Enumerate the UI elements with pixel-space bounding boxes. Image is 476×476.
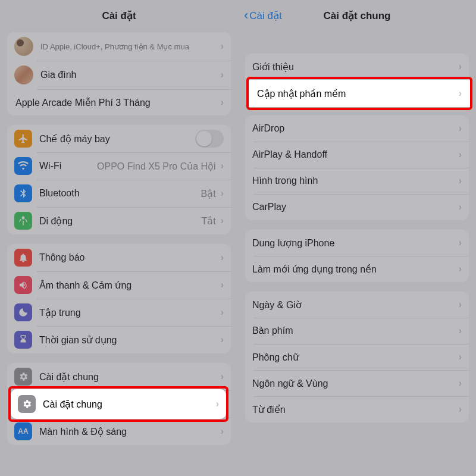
pip-row[interactable]: Hình trong hình › (245, 168, 469, 194)
general-row-raised[interactable]: Cài đặt chung › (11, 389, 226, 419)
chevron-right-icon: › (216, 399, 219, 409)
airplane-row[interactable]: Chế độ máy bay (7, 125, 231, 152)
chevron-left-icon: ‹ (244, 8, 248, 23)
carplay-label: CarPlay (252, 202, 458, 212)
chevron-right-icon: › (221, 97, 224, 108)
airdrop-label: AirDrop (252, 123, 458, 134)
screentime-label: Thời gian sử dụng (39, 334, 220, 346)
wifi-value: OPPO Find X5 Pro Của Hội (97, 161, 220, 172)
notifications-row[interactable]: Thông báo › (7, 244, 231, 271)
wifi-row[interactable]: Wi-Fi OPPO Find X5 Pro Của Hội › (7, 152, 231, 180)
chevron-right-icon: › (459, 264, 462, 274)
chevron-right-icon: › (221, 41, 224, 52)
profile-sub: ID Apple, iCloud+, Phương tiện & Mục mua (40, 42, 220, 51)
chevron-right-icon: › (459, 88, 462, 99)
about-label: Giới thiệu (252, 61, 458, 73)
cellular-icon (14, 212, 32, 230)
airplane-icon (14, 130, 32, 148)
airplane-label: Chế độ máy bay (39, 133, 195, 145)
chevron-right-icon: › (459, 61, 462, 72)
bgrefresh-row[interactable]: Làm mới ứng dụng trong nền › (245, 256, 469, 282)
display-label: Màn hình & Độ sáng (39, 426, 220, 437)
font-row[interactable]: Phông chữ › (245, 344, 469, 370)
about-row[interactable]: Giới thiệu › (245, 54, 469, 80)
carplay-row[interactable]: CarPlay › (245, 194, 469, 220)
chevron-right-icon: › (221, 70, 224, 80)
chevron-right-icon: › (221, 215, 224, 226)
software-update-row-raised[interactable]: Cập nhật phần mềm › (249, 80, 470, 107)
keyboard-row[interactable]: Bàn phím › (245, 318, 469, 344)
airplay-label: AirPlay & Handoff (252, 149, 458, 160)
hourglass-icon (14, 331, 32, 349)
back-label: Cài đặt (249, 10, 281, 22)
chevron-right-icon: › (221, 188, 224, 199)
datetime-row[interactable]: Ngày & Giờ › (245, 292, 469, 318)
chevron-right-icon: › (459, 149, 462, 160)
locale-group: Ngày & Giờ › Bàn phím › Phông chữ › Ngôn… (245, 292, 469, 422)
screentime-row[interactable]: Thời gian sử dụng › (7, 326, 231, 353)
general-row[interactable]: Cài đặt chung › (7, 363, 231, 390)
chevron-right-icon: › (459, 325, 462, 336)
datetime-label: Ngày & Giờ (252, 299, 458, 311)
general-title-bar: ‹ Cài đặt Cài đặt chung (238, 0, 476, 31)
chevron-right-icon: › (221, 280, 224, 290)
connectivity-group: Chế độ máy bay Wi-Fi OPPO Find X5 Pro Củ… (7, 125, 231, 234)
arcade-label: Apple Arcade Miễn Phí 3 Tháng (15, 97, 220, 108)
notifications-label: Thông báo (39, 252, 220, 263)
chevron-right-icon: › (221, 307, 224, 318)
bell-icon (14, 249, 32, 267)
dictionary-row[interactable]: Từ điển › (245, 396, 469, 422)
general-label-raised: Cài đặt chung (43, 399, 102, 410)
cellular-label: Di động (39, 215, 201, 227)
gear-icon (18, 395, 36, 413)
avatar-icon (14, 37, 33, 56)
chevron-right-icon: › (221, 426, 224, 437)
chevron-right-icon: › (459, 352, 462, 362)
chevron-right-icon: › (221, 161, 224, 171)
language-row[interactable]: Ngôn ngữ & Vùng › (245, 370, 469, 396)
bgrefresh-label: Làm mới ứng dụng trong nền (252, 264, 458, 275)
page-title: Cài đặt chung (324, 10, 391, 22)
font-label: Phông chữ (252, 352, 458, 363)
chevron-right-icon: › (459, 378, 462, 389)
settings-title-bar: Cài đặt (0, 0, 238, 31)
cellular-row[interactable]: Di động Tắt › (7, 207, 231, 234)
bluetooth-label: Bluetooth (39, 188, 201, 199)
sounds-row[interactable]: Âm thanh & Cảm ứng › (7, 271, 231, 299)
chevron-right-icon: › (221, 371, 224, 382)
display-row[interactable]: AA Màn hình & Độ sáng › (7, 418, 231, 445)
sounds-label: Âm thanh & Cảm ứng (39, 280, 220, 291)
dictionary-label: Từ điển (252, 404, 458, 415)
display-icon: AA (14, 422, 32, 440)
moon-icon (14, 303, 32, 321)
general-label: Cài đặt chung (39, 371, 220, 383)
focus-label: Tập trung (39, 307, 220, 318)
wifi-label: Wi-Fi (39, 161, 97, 171)
chevron-right-icon: › (459, 176, 462, 186)
storage-row[interactable]: Dung lượng iPhone › (245, 230, 469, 256)
airplay-row[interactable]: AirPlay & Handoff › (245, 142, 469, 168)
airdrop-row[interactable]: AirDrop › (245, 115, 469, 142)
family-row[interactable]: Gia đình › (7, 61, 231, 89)
family-label: Gia đình (40, 70, 220, 80)
arcade-row[interactable]: Apple Arcade Miễn Phí 3 Tháng › (7, 89, 231, 115)
software-update-label-raised: Cập nhật phần mềm (257, 88, 346, 99)
general-settings-screen: ‹ Cài đặt Cài đặt chung Giới thiệu › Cập… (238, 0, 476, 476)
chevron-right-icon: › (459, 237, 462, 248)
chevron-right-icon: › (459, 202, 462, 212)
page-title: Cài đặt (102, 10, 136, 22)
back-button[interactable]: ‹ Cài đặt (244, 0, 282, 31)
cellular-value: Tắt (201, 215, 219, 227)
focus-row[interactable]: Tập trung › (7, 299, 231, 326)
keyboard-label: Bàn phím (252, 325, 458, 336)
chevron-right-icon: › (459, 123, 462, 134)
airplane-toggle[interactable] (195, 130, 224, 148)
chevron-right-icon: › (459, 404, 462, 415)
pip-label: Hình trong hình (252, 176, 458, 186)
profile-row[interactable]: ID Apple, iCloud+, Phương tiện & Mục mua… (7, 32, 231, 61)
bluetooth-row[interactable]: Bluetooth Bật › (7, 180, 231, 207)
speaker-icon (14, 276, 32, 294)
chevron-right-icon: › (459, 299, 462, 310)
account-group: ID Apple, iCloud+, Phương tiện & Mục mua… (7, 32, 231, 115)
chevron-right-icon: › (221, 252, 224, 263)
